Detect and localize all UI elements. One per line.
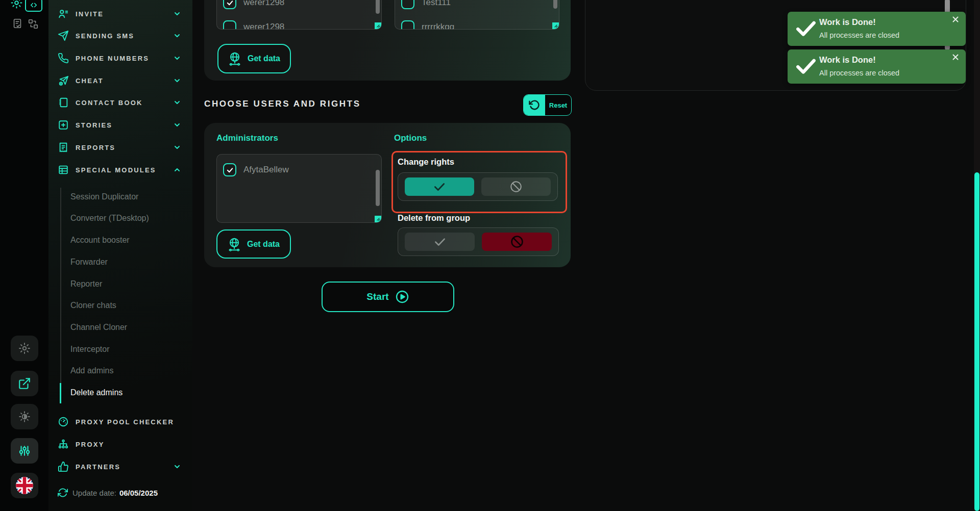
page-scrollbar-thumb[interactable] — [974, 172, 979, 511]
sidebar-item-proxy-pool-checker[interactable]: PROXY POOL CHECKER — [48, 411, 192, 433]
sidebar-item-sending-sms[interactable]: SENDING SMS — [48, 24, 192, 47]
list-item-label: rrrrrkkgg — [422, 22, 454, 30]
sidebar-item-phone-numbers[interactable]: PHONE NUMBERS — [48, 47, 192, 69]
get-data-button[interactable]: Get data — [217, 44, 291, 73]
settings-button[interactable] — [11, 336, 38, 361]
phone-icon — [58, 53, 69, 64]
sidebar-item-cheat[interactable]: CHEAT — [48, 69, 192, 92]
deny-button[interactable] — [481, 177, 551, 196]
sidebar-item-label: PROXY POOL CHECKER — [76, 418, 174, 426]
submenu-item-session-duplicator[interactable]: Session Duplicator — [48, 186, 192, 208]
resize-handle[interactable] — [375, 22, 381, 29]
toast-notification: Work is Done! All processes are closed — [788, 12, 966, 46]
contact-book-icon — [58, 97, 69, 108]
globe-icon — [228, 52, 241, 66]
code-icon[interactable] — [25, 0, 42, 12]
sidebar-item-reports[interactable]: REPORTS — [48, 136, 192, 159]
sidebar-item-partners[interactable]: PARTNERS — [48, 455, 192, 478]
sliders-button[interactable] — [11, 438, 38, 464]
toast-title: Work is Done! — [819, 55, 876, 65]
uk-flag-icon — [15, 476, 34, 495]
checkbox-checked[interactable] — [223, 163, 236, 176]
list-item[interactable]: AfytaBellew — [217, 159, 381, 181]
list-item[interactable]: werer1298 — [217, 0, 381, 14]
change-rights-label: Change rights — [398, 157, 454, 167]
rights-card: Administrators Options AfytaBellew Get d… — [204, 123, 571, 267]
rotate-ccw-icon — [524, 95, 545, 115]
submenu-item-add-admins[interactable]: Add admins — [48, 360, 192, 381]
globe-icon — [228, 237, 241, 251]
sidebar-item-proxy[interactable]: PROXY — [48, 433, 192, 455]
close-icon[interactable] — [952, 54, 959, 60]
chevron-up-icon — [173, 166, 181, 174]
allow-button[interactable] — [405, 233, 475, 251]
bot-settings-icon[interactable] — [10, 0, 23, 9]
reset-button[interactable]: Reset — [523, 94, 572, 116]
session-list-left[interactable]: werer1298 werer1298 — [216, 0, 382, 30]
checkbox-unchecked[interactable] — [401, 0, 414, 9]
success-check-icon — [795, 20, 817, 38]
deny-button-selected[interactable] — [482, 233, 552, 251]
submenu-item-channel-cloner[interactable]: Channel Cloner — [48, 317, 192, 338]
get-data-button[interactable]: Get data — [216, 229, 291, 259]
checkbox-checked[interactable] — [223, 0, 236, 9]
close-icon[interactable] — [952, 16, 959, 22]
check-icon — [432, 235, 448, 248]
chevron-down-icon — [173, 32, 181, 40]
send-icon — [58, 30, 69, 41]
update-date-value: 06/05/2025 — [119, 489, 158, 497]
sidebar-item-label: PARTNERS — [76, 463, 120, 471]
delete-from-group-toggle — [398, 227, 559, 256]
swap-icon[interactable] — [28, 18, 39, 30]
list-scrollbar-thumb[interactable] — [376, 170, 380, 206]
sidebar-item-contact-book[interactable]: CONTACT BOOK — [48, 91, 192, 114]
network-icon — [58, 439, 69, 450]
sidebar-item-label: CHEAT — [76, 77, 104, 85]
clipboard-icon[interactable] — [12, 17, 23, 30]
administrators-title: Administrators — [216, 133, 278, 143]
gauge-icon — [58, 416, 69, 427]
list-item-label: werer1298 — [243, 0, 284, 8]
get-data-label: Get data — [248, 54, 280, 63]
toast-title: Work is Done! — [819, 17, 876, 27]
start-label: Start — [366, 291, 388, 302]
page-scrollbar[interactable] — [974, 0, 980, 511]
list-item[interactable]: werer1298 — [217, 16, 381, 30]
submenu-item-account-booster[interactable]: Account booster — [48, 229, 192, 251]
update-date-row[interactable]: Update date: 06/05/2025 — [48, 481, 192, 504]
submenu-item-forwarder[interactable]: Forwarder — [48, 251, 192, 273]
submenu-item-converter[interactable]: Converter (TDesktop) — [48, 208, 192, 229]
list-scrollbar-thumb[interactable] — [553, 0, 557, 9]
start-button[interactable]: Start — [322, 282, 454, 312]
list-item-label: Test111 — [422, 0, 451, 8]
get-data-label: Get data — [247, 240, 280, 249]
submenu-item-reporter[interactable]: Reporter — [48, 273, 192, 295]
sidebar-item-label: STORIES — [76, 121, 112, 129]
chevron-down-icon — [173, 54, 181, 62]
reports-icon — [58, 142, 69, 153]
sidebar-item-stories[interactable]: STORIES — [48, 114, 192, 136]
list-item[interactable]: Test111 — [395, 0, 559, 14]
sidebar-item-invite[interactable]: INVITE — [48, 3, 192, 25]
list-item[interactable]: rrrrrkkgg — [395, 16, 559, 30]
submenu-item-cloner-chats[interactable]: Cloner chats — [48, 295, 192, 316]
brightness-button[interactable] — [11, 404, 38, 429]
checkbox-unchecked[interactable] — [401, 20, 414, 30]
session-list-right[interactable]: Test111 rrrrrkkgg — [395, 0, 559, 30]
allow-button-selected[interactable] — [405, 177, 474, 196]
resize-handle[interactable] — [552, 22, 559, 29]
chevron-down-icon — [173, 98, 181, 107]
resize-handle[interactable] — [375, 216, 381, 222]
external-link-button[interactable] — [11, 371, 38, 396]
list-scrollbar-thumb[interactable] — [376, 0, 380, 14]
admins-list[interactable]: AfytaBellew — [216, 154, 382, 223]
submenu-item-delete-admins[interactable]: Delete admins — [48, 382, 192, 403]
thumbs-up-icon — [58, 461, 69, 472]
sidebar-item-special-modules[interactable]: SPECIAL MODULES — [48, 159, 192, 181]
success-check-icon — [795, 58, 817, 76]
section-title: CHOOSE USERS AND RIGHTS — [204, 99, 361, 109]
chevron-down-icon — [173, 76, 181, 85]
submenu-item-interceptor[interactable]: Interceptor — [48, 339, 192, 360]
checkbox-unchecked[interactable] — [223, 20, 236, 30]
language-flag-button[interactable] — [11, 473, 38, 498]
